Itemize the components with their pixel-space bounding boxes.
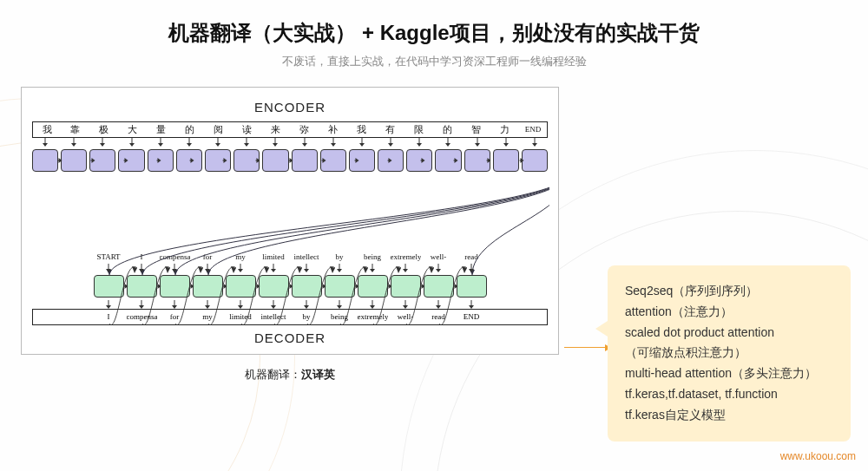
down-arrow-icon — [226, 300, 256, 309]
decoder-output-token: for — [160, 311, 190, 324]
svg-marker-15 — [244, 143, 249, 147]
svg-marker-19 — [302, 143, 307, 147]
down-arrow-icon — [160, 264, 190, 272]
decoder-input-down-arrows — [32, 264, 548, 272]
concept-line: （可缩放点积注意力） — [625, 343, 833, 363]
down-arrow-icon — [457, 264, 487, 272]
encoder-node — [493, 149, 519, 172]
down-arrow-icon — [160, 300, 190, 309]
concept-line: attention（注意力） — [625, 302, 833, 323]
down-arrow-icon — [522, 138, 548, 147]
card-pointer-icon — [595, 321, 608, 337]
down-arrow-icon — [193, 300, 223, 309]
encoder-token: 读 — [234, 123, 260, 136]
encoder-node — [262, 149, 288, 172]
down-arrow-icon — [464, 138, 490, 147]
encoder-token: 限 — [405, 123, 431, 136]
decoder-node — [226, 275, 256, 298]
decoder-heading: DECODER — [32, 330, 548, 345]
encoder-token: 的 — [177, 123, 203, 136]
decoder-input-token: START — [94, 251, 124, 264]
svg-marker-27 — [417, 143, 422, 147]
caption-prefix: 机器翻译： — [245, 368, 301, 381]
encoder-token: 补 — [319, 123, 345, 136]
decoder-output-down-arrows — [32, 300, 548, 309]
decoder-node — [94, 275, 124, 298]
svg-marker-9 — [158, 143, 163, 147]
decoder-output-token: intellect — [259, 311, 289, 324]
svg-marker-5 — [100, 143, 105, 147]
encoder-down-arrows — [32, 138, 548, 147]
decoder-output-token: I — [94, 311, 124, 324]
encoder-node — [435, 149, 461, 172]
encoder-token: 大 — [120, 123, 146, 136]
down-arrow-icon — [226, 264, 256, 272]
decoder-node — [325, 275, 355, 298]
decoder-output-token: limited — [226, 311, 256, 324]
encoder-node — [89, 149, 115, 172]
page-subtitle: 不废话，直接上实战，在代码中学习资深工程师一线编程经验 — [0, 54, 868, 69]
decoder-node — [424, 275, 454, 298]
svg-marker-31 — [475, 143, 480, 147]
concept-line: tf.keras自定义模型 — [625, 405, 833, 426]
concept-card: Seq2seq（序列到序列） attention（注意力） scaled dot… — [608, 265, 851, 442]
svg-marker-11 — [187, 143, 192, 147]
down-arrow-icon — [358, 300, 388, 309]
down-arrow-icon — [292, 264, 322, 272]
svg-marker-139 — [205, 305, 210, 309]
down-arrow-icon — [259, 264, 289, 272]
svg-marker-153 — [436, 305, 441, 309]
down-arrow-icon — [32, 138, 58, 147]
svg-marker-29 — [445, 143, 450, 147]
down-arrow-icon — [325, 300, 355, 309]
svg-marker-135 — [139, 305, 144, 309]
svg-marker-13 — [215, 143, 220, 147]
down-arrow-icon — [292, 300, 322, 309]
encoder-heading: ENCODER — [32, 100, 548, 114]
svg-marker-133 — [106, 305, 111, 309]
svg-marker-78 — [139, 269, 144, 272]
svg-marker-25 — [388, 143, 393, 147]
encoder-node — [176, 149, 202, 172]
down-arrow-icon — [457, 300, 487, 309]
encoder-token: 极 — [91, 123, 117, 136]
down-arrow-icon — [349, 138, 375, 147]
encoder-token: 靠 — [62, 123, 89, 136]
svg-marker-151 — [403, 305, 408, 309]
down-arrow-icon — [320, 138, 346, 147]
down-arrow-icon — [94, 300, 124, 309]
svg-marker-145 — [304, 305, 309, 309]
encoder-node — [522, 149, 548, 172]
callout-arrow — [564, 347, 608, 348]
down-arrow-icon — [89, 138, 115, 147]
decoder-input-token: I — [127, 251, 157, 264]
svg-marker-92 — [370, 269, 375, 272]
svg-marker-149 — [370, 305, 375, 309]
decoder-node — [391, 275, 421, 298]
encoder-node — [61, 149, 87, 172]
down-arrow-icon — [493, 138, 519, 147]
encoder-token: 力 — [491, 123, 517, 136]
down-arrow-icon — [435, 138, 461, 147]
encoder-token: 阅 — [206, 123, 232, 136]
svg-marker-98 — [469, 269, 474, 272]
svg-marker-84 — [238, 269, 243, 272]
down-arrow-icon — [391, 264, 421, 272]
svg-marker-137 — [172, 305, 177, 309]
encoder-node — [148, 149, 174, 172]
svg-marker-7 — [129, 143, 135, 147]
decoder-input-token: my — [226, 251, 256, 264]
decoder-node-row — [32, 275, 548, 298]
down-arrow-icon — [233, 138, 260, 147]
decoder-input-token-row: STARTIcompensateformylimitedintellectbyb… — [32, 251, 548, 264]
diagram-caption: 机器翻译：汉译英 — [21, 367, 559, 383]
seq2seq-diagram: ENCODER 我靠极大量的阅读来弥补我有限的智力END STARTIcompe… — [21, 87, 559, 355]
encoder-node — [233, 149, 260, 172]
down-arrow-icon — [292, 138, 318, 147]
svg-marker-90 — [337, 269, 342, 272]
svg-marker-96 — [436, 269, 441, 272]
encoder-token: 我 — [34, 123, 60, 136]
decoder-node — [193, 275, 223, 298]
svg-marker-33 — [503, 143, 509, 147]
caption-bold: 汉译英 — [301, 368, 335, 381]
